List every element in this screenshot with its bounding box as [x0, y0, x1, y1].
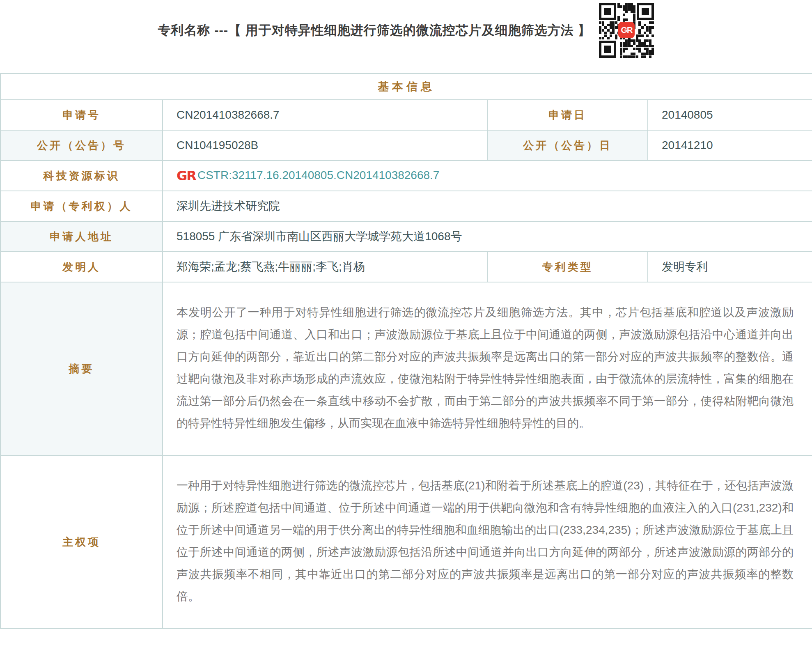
page-title: 专利名称 ---【 用于对特异性细胞进行筛选的微流控芯片及细胞筛选方法 】 — [158, 22, 591, 39]
qr-center-logo: GR — [618, 22, 635, 38]
value-application-date: 20140805 — [648, 100, 812, 130]
label-application-number: 申请号 — [0, 100, 163, 130]
title-bar: 专利名称 ---【 用于对特异性细胞进行筛选的微流控芯片及细胞筛选方法 】 GR — [0, 0, 812, 73]
value-inventors: 郑海荣;孟龙;蔡飞燕;牛丽丽;李飞;肖杨 — [163, 252, 487, 282]
basic-info-table: 基本信息 申请号 CN201410382668.7 申请日 20140805 公… — [0, 73, 812, 629]
label-applicant-address: 申请人地址 — [0, 221, 163, 252]
value-main-claim: 一种用于对特异性细胞进行筛选的微流控芯片，包括基底(21)和附着于所述基底上的腔… — [163, 455, 812, 629]
qr-finder-icon — [599, 3, 616, 20]
section-header: 基本信息 — [0, 73, 812, 100]
qr-finder-icon — [637, 3, 654, 20]
table-row: 主权项 一种用于对特异性细胞进行筛选的微流控芯片，包括基底(21)和附着于所述基… — [0, 455, 812, 629]
table-row: 科技资源标识 GRCSTR:32117.16.20140805.CN201410… — [0, 161, 812, 191]
value-cstr-cell: GRCSTR:32117.16.20140805.CN201410382668.… — [163, 161, 812, 191]
qr-finder-icon — [599, 41, 616, 58]
value-applicant-address: 518055 广东省深圳市南山区西丽大学城学苑大道1068号 — [163, 221, 812, 252]
label-application-date: 申请日 — [487, 100, 648, 130]
value-abstract: 本发明公开了一种用于对特异性细胞进行筛选的微流控芯片及细胞筛选方法。其中，芯片包… — [163, 282, 812, 455]
cstr-logo-icon: GR — [177, 168, 196, 184]
table-row: 申请号 CN201410382668.7 申请日 20140805 — [0, 100, 812, 130]
value-application-number: CN201410382668.7 — [163, 100, 487, 130]
cstr-value-link[interactable]: CSTR:32117.16.20140805.CN201410382668.7 — [197, 169, 440, 181]
label-publication-number: 公开（公告）号 — [0, 130, 163, 161]
value-publication-number: CN104195028B — [163, 130, 487, 161]
table-section-row: 基本信息 — [0, 73, 812, 100]
value-applicant: 深圳先进技术研究院 — [163, 191, 812, 221]
table-row: 摘要 本发明公开了一种用于对特异性细胞进行筛选的微流控芯片及细胞筛选方法。其中，… — [0, 282, 812, 455]
qr-code: GR — [599, 3, 654, 58]
label-publication-date: 公开（公告）日 — [487, 130, 648, 161]
table-row: 公开（公告）号 CN104195028B 公开（公告）日 20141210 — [0, 130, 812, 161]
label-applicant: 申请（专利权）人 — [0, 191, 163, 221]
table-row: 申请人地址 518055 广东省深圳市南山区西丽大学城学苑大道1068号 — [0, 221, 812, 252]
label-patent-type: 专利类型 — [487, 252, 648, 282]
table-row: 申请（专利权）人 深圳先进技术研究院 — [0, 191, 812, 221]
table-row: 发明人 郑海荣;孟龙;蔡飞燕;牛丽丽;李飞;肖杨 专利类型 发明专利 — [0, 252, 812, 282]
value-publication-date: 20141210 — [648, 130, 812, 161]
patent-detail-page: 专利名称 ---【 用于对特异性细胞进行筛选的微流控芯片及细胞筛选方法 】 GR… — [0, 0, 812, 652]
label-inventors: 发明人 — [0, 252, 163, 282]
value-patent-type: 发明专利 — [648, 252, 812, 282]
label-abstract: 摘要 — [0, 282, 163, 455]
label-main-claim: 主权项 — [0, 455, 163, 629]
label-cstr: 科技资源标识 — [0, 161, 163, 191]
